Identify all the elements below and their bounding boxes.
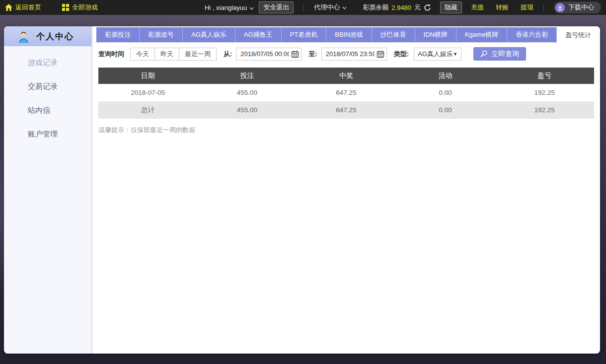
chevron-down-icon <box>342 3 347 11</box>
tab-lottery-bet[interactable]: 彩票投注 <box>96 27 140 42</box>
balance-group: 彩票余额 2.9480 元 <box>363 3 431 12</box>
col-activity: 活动 <box>396 68 495 84</box>
transfer-link[interactable]: 转账 <box>496 3 509 12</box>
balance-value: 2.9480 <box>391 4 411 11</box>
from-label: 从: <box>224 50 232 59</box>
all-games-link[interactable]: 全部游戏 <box>62 3 98 12</box>
tab-saba-sports[interactable]: 沙巴体育 <box>372 27 415 42</box>
tab-pt-slots[interactable]: PT老虎机 <box>282 27 327 42</box>
cell-activity: 0.00 <box>396 84 495 101</box>
quick-yesterday-button[interactable]: 昨天 <box>154 48 179 61</box>
balance-label: 彩票余额 <box>363 3 388 12</box>
agent-center-link[interactable]: 代理中心 <box>314 3 347 12</box>
main-panel: 彩票投注 彩票追号 AG真人娱乐 AG捕鱼王 PT老虎机 BBIN游戏 沙巴体育… <box>92 26 600 354</box>
deposit-link[interactable]: 充值 <box>471 3 484 12</box>
tab-ag-live[interactable]: AG真人娱乐 <box>183 27 235 42</box>
sidebar-item-account-management[interactable]: 账户管理 <box>4 126 91 143</box>
tab-hk-mark-six[interactable]: 香港六合彩 <box>507 27 557 42</box>
sidebar-item-transaction-records[interactable]: 交易记录 <box>4 78 91 95</box>
refresh-icon <box>424 4 431 11</box>
col-date: 日期 <box>98 68 198 84</box>
type-select-value: AG真人娱乐 <box>418 50 453 59</box>
cell-total-win: 647.25 <box>297 101 396 119</box>
tabs-row: 彩票投注 彩票追号 AG真人娱乐 AG捕鱼王 PT老虎机 BBIN游戏 沙巴体育… <box>92 26 600 43</box>
col-win: 中奖 <box>297 68 396 84</box>
type-label: 类型: <box>394 50 409 59</box>
download-icon <box>555 3 565 12</box>
col-profit: 盈亏 <box>495 68 594 84</box>
refresh-balance-button[interactable] <box>424 4 431 11</box>
top-bar: 返回首页 全部游戏 Hi , xianglayuu 安全退出 代理中心 彩票余额… <box>0 0 606 15</box>
content-card: 个人中心 游戏记录 交易记录 站内信 账户管理 彩票投注 彩票追号 AG真人娱乐… <box>4 26 600 354</box>
quick-range-group: 今天 昨天 最近一周 <box>130 48 217 61</box>
grid-icon <box>62 4 69 11</box>
cell-date: 2018-07-05 <box>98 84 198 101</box>
sidebar-header: 个人中心 <box>4 26 91 46</box>
caret-down-icon: ▼ <box>453 52 457 57</box>
logout-button[interactable]: 安全退出 <box>259 1 294 13</box>
cell-bet: 455.00 <box>198 84 297 101</box>
table-header-row: 日期 投注 中奖 活动 盈亏 <box>98 68 594 84</box>
to-date-wrap <box>321 48 387 61</box>
sidebar-item-messages[interactable]: 站内信 <box>4 102 91 119</box>
tab-bbin-games[interactable]: BBIN游戏 <box>326 27 372 42</box>
balance-unit: 元 <box>414 3 421 12</box>
divider <box>303 4 304 11</box>
results-table: 日期 投注 中奖 活动 盈亏 2018-07-05 455.00 647.25 … <box>98 68 594 119</box>
withdraw-link[interactable]: 提现 <box>521 3 533 12</box>
cell-total-activity: 0.00 <box>396 101 495 119</box>
download-center-button[interactable]: 下载中心 <box>554 1 601 13</box>
results-table-wrap: 日期 投注 中奖 活动 盈亏 2018-07-05 455.00 647.25 … <box>98 68 594 119</box>
home-icon <box>5 4 12 11</box>
search-icon <box>480 50 488 58</box>
cell-total-profit: 192.25 <box>495 101 594 119</box>
download-center-label: 下载中心 <box>568 3 594 12</box>
hide-balance-button[interactable]: 隐藏 <box>440 1 462 13</box>
tab-kgame-poker[interactable]: Kgame棋牌 <box>456 27 507 42</box>
col-bet: 投注 <box>198 68 297 84</box>
query-row: 查询时间 今天 昨天 最近一周 从: 至: 类型: <box>98 47 594 61</box>
table-row: 2018-07-05 455.00 647.25 0.00 192.25 <box>98 84 594 101</box>
sidebar-title: 个人中心 <box>36 31 74 42</box>
avatar <box>17 30 30 43</box>
calendar-icon[interactable] <box>377 50 384 60</box>
tab-ag-fishing[interactable]: AG捕鱼王 <box>235 27 282 42</box>
query-submit-button[interactable]: 立即查询 <box>473 47 526 61</box>
cell-total-bet: 455.00 <box>198 101 297 119</box>
query-time-label: 查询时间 <box>98 50 124 59</box>
type-select[interactable]: AG真人娱乐 ▼ <box>414 48 461 61</box>
divider <box>543 4 544 11</box>
retention-note: 温馨提示：仅保留最近一周的数据 <box>98 126 594 135</box>
table-total-row: 总计 455.00 647.25 0.00 192.25 <box>98 101 594 119</box>
all-games-label: 全部游戏 <box>72 3 98 12</box>
sidebar-menu: 游戏记录 交易记录 站内信 账户管理 <box>4 46 91 143</box>
cell-total-label: 总计 <box>98 101 198 119</box>
from-date-wrap <box>236 48 302 61</box>
calendar-icon[interactable] <box>291 50 299 60</box>
topbar-right: Hi , xianglayuu 安全退出 代理中心 彩票余额 2.9480 元 … <box>205 1 601 13</box>
to-label: 至: <box>308 50 317 59</box>
tab-profit-loss[interactable]: 盈亏统计 <box>557 27 600 43</box>
sidebar-item-game-records[interactable]: 游戏记录 <box>4 54 91 71</box>
quick-today-button[interactable]: 今天 <box>130 48 155 61</box>
query-submit-label: 立即查询 <box>491 50 519 59</box>
back-home-label: 返回首页 <box>15 3 41 12</box>
back-home-link[interactable]: 返回首页 <box>5 3 41 12</box>
topbar-left: 返回首页 全部游戏 <box>5 3 98 12</box>
user-greeting[interactable]: Hi , xianglayuu <box>205 4 254 11</box>
cell-profit: 192.25 <box>495 84 594 101</box>
chevron-down-icon <box>249 4 254 11</box>
tab-idn-poker[interactable]: IDN棋牌 <box>415 27 456 42</box>
cell-win: 647.25 <box>297 84 396 101</box>
quick-last-week-button[interactable]: 最近一周 <box>179 48 217 61</box>
tab-lottery-chase[interactable]: 彩票追号 <box>140 27 183 42</box>
sidebar: 个人中心 游戏记录 交易记录 站内信 账户管理 <box>4 26 92 354</box>
